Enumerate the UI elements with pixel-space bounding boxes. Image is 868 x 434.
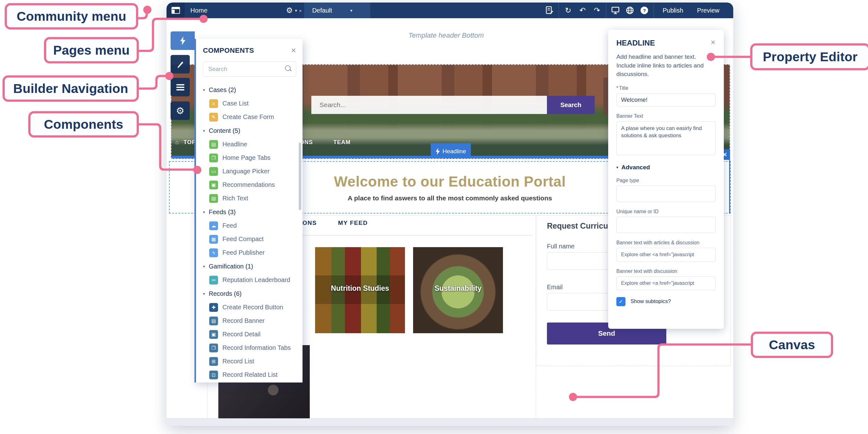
section-records[interactable]: ▾ Records (6) [203, 287, 296, 301]
toolbar-actions: ↻ ↶ ↷ [542, 2, 733, 18]
component-case-list[interactable]: ≡ Case List [203, 97, 296, 110]
chevron-down-icon: ▾ [203, 210, 205, 215]
components-search [203, 62, 296, 76]
lightning-icon [180, 36, 186, 45]
toolbar-divider [653, 2, 654, 18]
callout-builder-navigation: Builder Navigation [2, 75, 139, 102]
pages-menu-button[interactable]: Home [190, 7, 208, 14]
property-editor: HEADLINE ✕ Add headline and banner text.… [608, 30, 724, 329]
publish-button[interactable]: Publish [656, 7, 690, 14]
component-home-page-tabs[interactable]: ❒ Home Page Tabs [203, 151, 296, 164]
gear-icon: ⚙ [176, 105, 184, 116]
component-record-list[interactable]: ⊞ Record List [203, 354, 296, 368]
advanced-section-toggle[interactable]: ▾ Advanced [616, 164, 716, 171]
component-feed-publisher[interactable]: ϟ Feed Publisher [203, 246, 296, 259]
component-headline[interactable]: ▤ Headline [203, 137, 296, 151]
page-notes-button[interactable] [542, 6, 557, 14]
variation-selector[interactable]: Default ▾ [304, 2, 371, 18]
close-icon[interactable]: ✕ [290, 47, 296, 54]
lightning-icon [436, 148, 440, 155]
desktop-icon [611, 7, 620, 14]
builder-toolbar: Home ⚙ ▾ ▸ Default ▾ [166, 2, 733, 18]
language-globe-button[interactable] [623, 6, 637, 14]
chevron-down-icon: ▾ [203, 88, 205, 92]
banner-discussion-label: Banner text with discussion [616, 269, 716, 274]
banner-discussion-field[interactable] [616, 276, 716, 290]
gear-icon: ⚙ [286, 6, 293, 15]
recommendations-icon: ▣ [209, 181, 218, 189]
banner-text-label: Banner Text [616, 113, 716, 119]
language-picker-icon: ▭ [209, 167, 218, 176]
community-grid-icon [172, 7, 180, 14]
search-input[interactable] [311, 96, 547, 114]
section-gamification[interactable]: ▾ Gamification (1) [203, 259, 296, 273]
callout-pages-menu: Pages menu [44, 37, 139, 63]
settings-nav-button[interactable]: ⚙ [170, 101, 190, 120]
component-record-banner[interactable]: ▤ Record Banner [203, 314, 296, 328]
callout-property-editor: Property Editor [750, 43, 868, 70]
help-button[interactable]: ? [637, 7, 652, 14]
feed-publisher-icon: ϟ [209, 248, 218, 257]
component-feed-compact[interactable]: ▦ Feed Compact [203, 232, 296, 246]
component-language-picker[interactable]: ▭ Language Picker [203, 164, 296, 178]
component-record-information-tabs[interactable]: ❒ Record Information Tabs [203, 341, 296, 354]
section-cases[interactable]: ▾ Cases (2) [203, 83, 296, 97]
unique-name-field[interactable] [616, 217, 716, 233]
preview-button[interactable]: Preview [690, 7, 726, 14]
community-menu-button[interactable] [166, 2, 185, 18]
experience-builder-window: Home ⚙ ▾ ▸ Default ▾ [166, 2, 733, 426]
title-field-label: *Title [616, 85, 716, 91]
home-icon[interactable]: ⌂ [175, 139, 179, 146]
banner-text-field[interactable] [616, 121, 716, 155]
nav-item-team[interactable]: TEAM [333, 139, 350, 146]
component-record-detail[interactable]: ▣ Record Detail [203, 328, 296, 341]
components-search-input[interactable] [203, 62, 296, 76]
device-preview-button[interactable] [608, 7, 623, 14]
banner-articles-field[interactable] [616, 248, 716, 261]
headline-icon: ▤ [209, 140, 218, 149]
components-nav-button[interactable] [170, 31, 195, 50]
theme-nav-button[interactable] [170, 55, 190, 73]
refresh-button[interactable]: ↻ [561, 6, 575, 15]
page-type-field[interactable] [616, 186, 716, 202]
record-list-icon: ⊞ [209, 357, 218, 366]
scrollbar-thumb[interactable] [299, 143, 301, 210]
section-content[interactable]: ▾ Content (5) [203, 124, 296, 137]
required-mark: * [616, 85, 618, 91]
chevron-down-icon: ▾ [295, 8, 297, 13]
component-recommendations[interactable]: ▣ Recommendations [203, 178, 296, 192]
rich-text-icon: ▤ [209, 194, 218, 203]
topic-tile-nutrition[interactable]: Nutrition Studies [315, 247, 405, 333]
chevron-down-icon: ▾ [616, 165, 618, 169]
figure: Home ⚙ ▾ ▸ Default ▾ [0, 0, 868, 434]
tab-my-feed[interactable]: MY FEED [338, 219, 368, 226]
feed-icon: ☁ [209, 221, 218, 230]
chevron-down-icon: ▾ [203, 128, 205, 133]
component-rich-text[interactable]: ▤ Rich Text [203, 192, 296, 205]
component-feed[interactable]: ☁ Feed [203, 219, 296, 232]
content-nav-button[interactable] [170, 78, 190, 96]
show-subtopics-label: Show subtopics? [630, 298, 671, 305]
components-list: ▾ Cases (2) ≡ Case List ✎ Create Case Fo… [203, 83, 296, 381]
components-panel: COMPONENTS ✕ ▾ Cases (2) ≡ Case List ✎ C [194, 39, 303, 382]
page-settings-button[interactable]: ⚙ ▾ [286, 6, 297, 15]
canvas-footer-strip [166, 418, 733, 426]
list-icon [176, 84, 184, 85]
section-feeds[interactable]: ▾ Feeds (3) [203, 205, 296, 219]
topic-tile-sustainability[interactable]: Sustainability [413, 247, 503, 333]
component-reputation-leaderboard[interactable]: ≔ Reputation Leaderboard [203, 273, 296, 287]
brush-icon [176, 60, 184, 68]
search-button[interactable]: Search [547, 96, 595, 114]
component-record-related-list[interactable]: ⊡ Record Related List [203, 368, 296, 381]
components-panel-title: COMPONENTS [203, 46, 254, 55]
title-field[interactable] [616, 93, 716, 106]
banner-articles-label: Banner text with articles & discussion [616, 240, 716, 246]
show-subtopics-checkbox[interactable]: ✓ [616, 297, 625, 306]
redo-button[interactable]: ↷ [590, 6, 604, 15]
callout-community-menu: Community menu [5, 3, 138, 30]
component-create-record-button[interactable]: ✚ Create Record Button [203, 301, 296, 314]
record-detail-icon: ▣ [209, 330, 218, 339]
close-icon[interactable]: ✕ [710, 39, 716, 46]
undo-button[interactable]: ↶ [575, 6, 590, 15]
component-create-case-form[interactable]: ✎ Create Case Form [203, 110, 296, 124]
